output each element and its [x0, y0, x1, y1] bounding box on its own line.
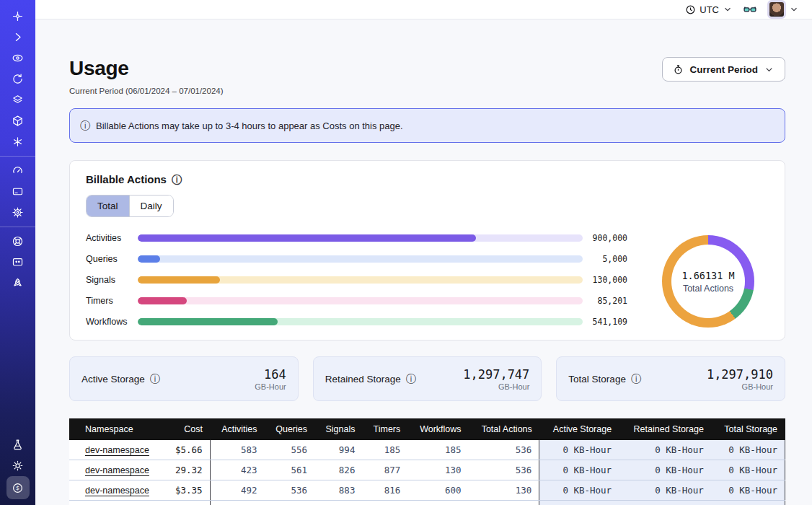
bar-row-queries: Queries5,000	[86, 254, 627, 264]
cell-active_storage: 0 KB-Hour	[539, 480, 619, 501]
sidebar-item-layers[interactable]	[6, 89, 30, 110]
sidebar-item-getting-started-rocket[interactable]	[6, 273, 30, 294]
column-header-queries: Queries	[265, 418, 314, 440]
bar-row-signals: Signals130,000	[86, 275, 627, 285]
namespace-link[interactable]: dev-namespace	[85, 445, 149, 455]
storage-card-label: Retained Storage ⓘ	[325, 374, 416, 385]
cell-timers: 877	[362, 460, 407, 480]
info-icon[interactable]: ⓘ	[150, 374, 160, 384]
column-header-cost: Cost	[164, 418, 210, 440]
bar-fill	[138, 255, 160, 263]
dark-mode-glasses-button[interactable]	[743, 2, 757, 17]
cell-queries: 556	[265, 440, 314, 460]
storage-card-value: 164	[255, 367, 286, 382]
sidebar-item-feedback-screen[interactable]	[6, 252, 30, 273]
column-header-total-storage: Total Storage	[711, 418, 785, 440]
bar-row-activities: Activities900,000	[86, 233, 627, 243]
cell-total_actions: 130	[469, 480, 539, 501]
donut-center-label: Total Actions	[683, 284, 733, 294]
sidebar-item-nexus-asterisk[interactable]	[6, 131, 30, 152]
billable-actions-title: Billable Actions	[86, 173, 167, 185]
period-dropdown-label: Current Period	[689, 64, 758, 75]
cell-total_actions: 536	[469, 440, 539, 460]
sidebar-item-billing-card[interactable]	[6, 181, 30, 202]
feedback-screen-icon	[12, 256, 24, 268]
app-window: $ UTC	[0, 0, 812, 505]
cell-total_storage: 0 KB-Hour	[711, 440, 785, 460]
storage-card-total-storage: Total Storage ⓘ1,297,910GB-Hour	[556, 356, 785, 401]
period-dropdown-button[interactable]: Current Period	[662, 57, 785, 82]
column-header-activities: Activities	[210, 418, 265, 440]
cell-activities: 492	[210, 480, 265, 501]
cell-cost: $5.66	[164, 440, 210, 460]
usage-dollar-icon: $	[12, 482, 24, 494]
cell-cost: 29.32	[164, 460, 210, 480]
sidebar-item-support-lifebuoy[interactable]	[6, 231, 30, 252]
svg-text:$: $	[16, 485, 19, 491]
storage-card-retained-storage: Retained Storage ⓘ1,297,747GB-Hour	[313, 356, 542, 401]
sidebar-item-theme-sun[interactable]	[6, 455, 30, 476]
content-area: Usage Current Period (06/01/2024 – 07/01…	[35, 19, 812, 505]
sidebar-item-labs-flask[interactable]	[6, 434, 30, 455]
info-banner-text: Billable Actions may take up to 3-4 hour…	[96, 120, 403, 131]
sidebar-item-cube[interactable]	[6, 110, 30, 131]
namespace-link[interactable]: dev-namespace	[85, 465, 149, 475]
sidebar-item-expand-chevron[interactable]	[6, 27, 30, 48]
cube-icon	[12, 115, 24, 127]
storage-card-label: Total Storage ⓘ	[568, 374, 641, 385]
clock-icon	[685, 4, 696, 15]
cell-total_storage: 0 KB-Hour	[711, 480, 785, 501]
bar-row-timers: Timers85,201	[86, 296, 627, 306]
info-icon[interactable]: ⓘ	[172, 175, 182, 185]
info-banner: ⓘ Billable Actions may take up to 3-4 ho…	[69, 108, 785, 143]
cell-cost: $3.35	[164, 480, 210, 501]
cell-total_storage: 0 KB-Hour	[711, 460, 785, 480]
cell-namespace: dev-namespace	[69, 480, 164, 501]
layers-icon	[12, 94, 24, 106]
cell-signals: 994	[314, 440, 362, 460]
labs-flask-icon	[12, 439, 24, 451]
bar-label: Workflows	[86, 317, 138, 327]
glasses-icon	[743, 2, 757, 17]
bar-track	[138, 234, 583, 242]
table-row: dev-namespace29.324235618268771305360 KB…	[69, 460, 785, 480]
bar-fill	[138, 297, 187, 304]
tab-daily[interactable]: Daily	[129, 196, 173, 216]
sidebar-item-namespaces-eye[interactable]	[6, 48, 30, 69]
storage-card-value: 1,297,910	[707, 367, 773, 382]
cell-retained_storage: 0 KB-Hour	[619, 480, 711, 501]
nexus-asterisk-icon	[12, 136, 24, 148]
donut-center-value: 1.66131 M	[681, 270, 734, 281]
billable-actions-card: Billable Actions ⓘ TotalDaily Activities…	[69, 160, 785, 341]
bar-track	[138, 318, 583, 325]
billing-card-icon	[12, 185, 24, 198]
topbar: UTC	[35, 0, 812, 19]
usage-gauge-icon	[12, 164, 24, 177]
storage-summary-row: Active Storage ⓘ164GB-HourRetained Stora…	[69, 356, 785, 401]
user-menu[interactable]	[767, 0, 799, 19]
sidebar-item-history-clock[interactable]	[6, 69, 30, 89]
bar-track	[138, 297, 583, 304]
bar-label: Timers	[86, 296, 138, 306]
sidebar-item-usage-gauge[interactable]	[6, 160, 30, 181]
column-header-signals: Signals	[314, 418, 362, 440]
storage-card-active-storage: Active Storage ⓘ164GB-Hour	[69, 356, 299, 401]
tab-total[interactable]: Total	[87, 196, 129, 216]
cell-retained_storage: 0 KB-Hour	[619, 440, 711, 460]
sidebar-item-settings-gear[interactable]	[6, 202, 30, 223]
table-row: dev-namespace$3.354925368838166001300 KB…	[69, 480, 785, 501]
info-icon[interactable]: ⓘ	[631, 374, 641, 384]
theme-sun-icon	[12, 460, 24, 472]
column-header-timers: Timers	[362, 418, 407, 440]
cell-workflows: 185	[407, 440, 468, 460]
namespace-link[interactable]: dev-namespace	[85, 486, 149, 496]
bar-track	[138, 276, 583, 284]
cell-retained_storage: 0 KB-Hour	[619, 460, 711, 480]
timezone-selector[interactable]: UTC	[685, 4, 733, 15]
chevron-down-icon	[723, 4, 733, 14]
cell-namespace: dev-namespace	[69, 440, 164, 460]
sidebar-item-usage-dollar[interactable]: $	[6, 476, 30, 499]
cell-timers: 185	[362, 440, 407, 460]
sidebar-item-temporal-logo[interactable]	[6, 6, 30, 27]
info-icon[interactable]: ⓘ	[406, 374, 416, 384]
